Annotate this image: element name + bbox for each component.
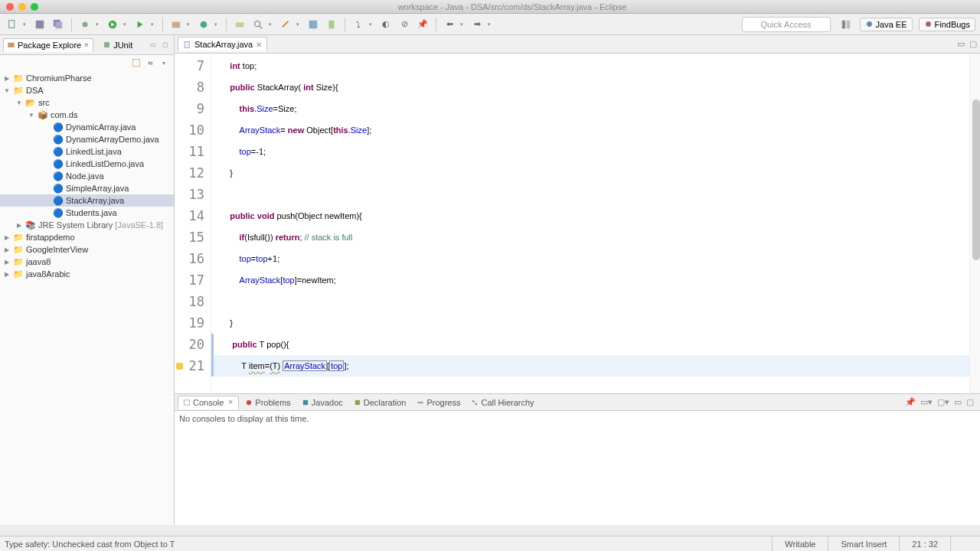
view-menu-icon[interactable]: ▾ [158,57,169,68]
tab-console[interactable]: Console✕ [178,396,239,409]
open-console-icon[interactable]: ▢▾ [937,397,949,407]
tree-project[interactable]: ▶📁jaava8 [0,256,174,268]
scrollbar-thumb[interactable] [972,99,980,260]
code-line[interactable] [211,291,969,312]
bookmark-icon[interactable] [324,17,339,32]
tab-javadoc[interactable]: Javadoc [297,396,348,409]
new-package-icon[interactable] [168,17,184,32]
forward-icon[interactable]: ➡ [469,17,485,32]
code-line[interactable]: ArrayStack[top]=newItem; [211,269,969,291]
package-icon [7,41,15,49]
dropdown-icon[interactable]: ▾ [123,21,129,28]
tab-problems[interactable]: Problems [240,396,295,409]
run-last-icon[interactable] [132,17,148,32]
tree-jre[interactable]: ▶📚JRE System Library [JavaSE-1.8] [0,219,174,231]
minimize-icon[interactable]: ▭ [954,397,962,407]
tree-file[interactable]: 🔵Students.java [0,207,174,219]
tree-package[interactable]: ▼📦com.ds [0,109,174,121]
code-body[interactable]: int top; public StackArray( int Size){ t… [211,54,969,393]
minimize-button[interactable] [18,3,26,11]
tree-file[interactable]: 🔵Node.java [0,170,174,182]
tree-file[interactable]: 🔵LinkedListDemo.java [0,158,174,170]
editor-tab[interactable]: StackArray.java ✕ [178,37,267,51]
dropdown-icon[interactable]: ▾ [269,21,275,28]
code-line[interactable]: } [211,162,969,184]
tree-project[interactable]: ▶📁GoogleInterView [0,243,174,256]
save-icon[interactable] [32,17,47,32]
minimize-icon[interactable]: ▭ [148,40,158,51]
debug-icon[interactable] [77,17,93,32]
annotation-icon[interactable] [278,17,293,32]
toggle-breakpoint-icon[interactable]: ◐ [378,17,394,32]
code-line[interactable]: public T pop(){ [211,334,969,355]
code-line[interactable]: top=-1; [211,141,969,162]
code-line[interactable]: T item=(T) ArrayStack[top]; [211,355,969,377]
zoom-button[interactable] [31,3,38,11]
skip-icon[interactable]: ⊘ [397,17,412,32]
dropdown-icon[interactable]: ▾ [369,21,375,28]
tab-declaration[interactable]: Declaration [349,396,411,409]
tree-project[interactable]: ▼📁DSA [0,84,174,96]
code-line[interactable]: this.Size=Size; [211,98,969,119]
tab-package-explorer[interactable]: Package Explore ✕ [3,38,93,52]
dropdown-icon[interactable]: ▾ [151,21,157,28]
save-all-icon[interactable] [51,17,66,32]
maximize-icon[interactable]: ▢ [969,39,977,49]
dropdown-icon[interactable]: ▾ [23,21,29,28]
code-line[interactable]: int top; [211,55,969,77]
tree-file[interactable]: 🔵SimpleArray.java [0,182,174,194]
tab-progress[interactable]: Progress [412,396,465,409]
minimize-icon[interactable]: ▭ [957,39,965,49]
dropdown-icon[interactable]: ▾ [460,21,466,28]
search-icon[interactable] [250,17,266,32]
code-line[interactable]: public StackArray( int Size){ [211,77,969,98]
open-type-icon[interactable] [232,17,247,32]
tree-file-selected[interactable]: 🔵StackArray.java [0,194,174,207]
maximize-icon[interactable]: ▢ [160,40,171,51]
tree-project[interactable]: ▶📁ChromiumPharse [0,72,174,84]
dropdown-icon[interactable]: ▾ [488,21,494,28]
tree-project[interactable]: ▶📁firstappdemo [0,231,174,243]
display-console-icon[interactable]: ▭▾ [920,397,933,407]
code-line[interactable]: } [211,312,969,334]
dropdown-icon[interactable]: ▾ [96,21,102,28]
code-line[interactable]: public void push(Object newItem){ [211,205,969,227]
new-class-icon[interactable] [196,17,211,32]
overview-ruler[interactable] [969,54,980,393]
close-icon[interactable]: ✕ [228,399,234,406]
close-icon[interactable]: ✕ [83,41,90,49]
tree-file[interactable]: 🔵DynamicArrayDemo.java [0,133,174,145]
dropdown-icon[interactable]: ▾ [187,21,193,28]
collapse-all-icon[interactable] [131,57,142,68]
tree-file[interactable]: 🔵LinkedList.java [0,145,174,158]
tab-call-hierarchy[interactable]: Call Hierarchy [466,396,538,409]
perspective-javaee[interactable]: Java EE [860,18,913,31]
quick-access-input[interactable]: Quick Access [742,17,831,32]
tree-src[interactable]: ▼📂src [0,96,174,109]
link-editor-icon[interactable]: ⇆ [145,57,155,68]
tree-file[interactable]: 🔵DynamicArray.java [0,121,174,133]
back-icon[interactable]: ⬅ [442,17,457,32]
code-line[interactable]: top=top+1; [211,248,969,269]
code-editor[interactable]: 7 8 9 10 11 12 13 14 15 16 17 18 19 20 2… [175,54,980,393]
task-icon[interactable] [305,17,321,32]
maximize-icon[interactable]: ▢ [966,397,974,407]
dropdown-icon[interactable]: ▾ [214,21,220,28]
close-button[interactable] [6,3,14,11]
svg-marker-7 [138,21,143,28]
close-icon[interactable]: ✕ [256,41,262,49]
new-icon[interactable] [5,17,20,32]
run-icon[interactable] [105,17,120,32]
code-line[interactable]: ArrayStack= new Object[this.Size]; [211,119,969,141]
perspective-switcher-icon[interactable] [838,17,854,32]
pin-icon[interactable]: 📌 [415,17,430,32]
dropdown-icon[interactable]: ▾ [296,21,302,28]
code-line[interactable] [211,184,969,205]
pin-console-icon[interactable]: 📌 [905,397,916,407]
perspective-findbugs[interactable]: FindBugs [919,18,975,31]
code-line[interactable]: if(Isfull()) return; // stack is full [211,227,969,248]
tab-junit[interactable]: JUnit [100,39,136,51]
tree-project[interactable]: ▶📁java8Arabic [0,268,174,280]
step-into-icon[interactable]: ⤵ [351,17,366,32]
project-tree[interactable]: ▶📁ChromiumPharse ▼📁DSA ▼📂src ▼📦com.ds 🔵D… [0,70,174,525]
